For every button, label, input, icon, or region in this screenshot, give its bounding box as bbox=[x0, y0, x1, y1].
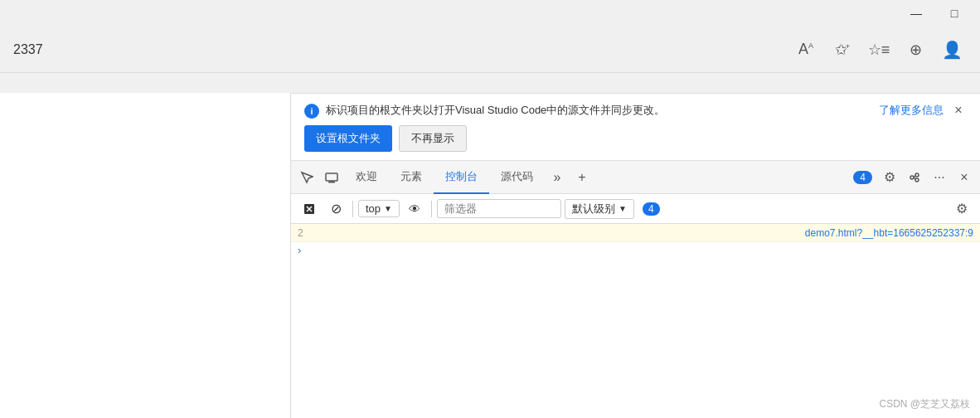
more-options-button[interactable]: ··· bbox=[927, 165, 952, 190]
title-bar: — □ bbox=[0, 0, 980, 27]
more-tabs-icon: » bbox=[554, 170, 561, 185]
context-label: top bbox=[366, 202, 381, 215]
clear-icon bbox=[303, 202, 316, 216]
gear-icon: ⚙ bbox=[884, 169, 895, 185]
tab-welcome[interactable]: 欢迎 bbox=[344, 161, 389, 194]
favorites-icon: ☆≡ bbox=[868, 41, 890, 59]
messages-count: 4 bbox=[853, 171, 872, 184]
message-count: 4 bbox=[643, 202, 660, 216]
svg-rect-1 bbox=[328, 182, 335, 183]
console-row: 2 demo7.html?__hbt=1665625252337:9 bbox=[291, 224, 980, 242]
svg-rect-2 bbox=[329, 181, 334, 182]
settings-button[interactable]: ⚙ bbox=[877, 165, 902, 190]
svg-line-7 bbox=[914, 177, 915, 179]
add-tab-icon: ⊕ bbox=[910, 41, 922, 59]
add-panel-button[interactable]: + bbox=[570, 161, 594, 194]
device-icon bbox=[325, 171, 338, 184]
eye-icon: 👁 bbox=[409, 202, 420, 216]
close-devtools-button[interactable]: × bbox=[952, 165, 977, 190]
tab-console[interactable]: 控制台 bbox=[434, 161, 489, 194]
log-level-label: 默认级别 bbox=[572, 202, 615, 216]
console-gear-icon: ⚙ bbox=[956, 201, 968, 216]
profile-button[interactable]: 👤 bbox=[937, 35, 967, 65]
console-settings-button[interactable]: ⚙ bbox=[950, 197, 973, 221]
more-tabs-button[interactable]: » bbox=[545, 161, 570, 194]
info-banner-close-button[interactable]: × bbox=[950, 102, 967, 119]
svg-point-3 bbox=[910, 176, 914, 179]
context-dropdown-icon: ▼ bbox=[384, 204, 392, 213]
restore-button[interactable]: □ bbox=[935, 0, 973, 27]
address-bar-area: 2337 bbox=[13, 42, 791, 57]
info-banner-text: 标识项目的根文件夹以打开Visual Studio Code中的源文件并同步更改… bbox=[326, 102, 665, 119]
add-tab-button[interactable]: ⊕ bbox=[900, 35, 930, 65]
toolbar-divider-2 bbox=[431, 201, 432, 217]
browser-chrome: 2337 AA ✩+ ☆≡ ⊕ 👤 bbox=[0, 27, 980, 73]
message-count-badge[interactable]: 4 bbox=[638, 201, 665, 217]
favorites-button[interactable]: ☆≡ bbox=[864, 35, 894, 65]
info-banner-right: 了解更多信息 × bbox=[879, 102, 967, 119]
source-link[interactable]: demo7.html?__hbt=1665625252337:9 bbox=[805, 227, 973, 239]
block-icon: ⊘ bbox=[331, 201, 342, 216]
more-options-icon: ··· bbox=[934, 170, 944, 185]
minimize-button[interactable]: — bbox=[897, 0, 935, 27]
live-expressions-button[interactable]: 👁 bbox=[403, 197, 426, 221]
page-title: 2337 bbox=[13, 42, 43, 57]
watermark: CSDN @芝芝又荔枝 bbox=[879, 397, 970, 411]
add-panel-icon: + bbox=[578, 170, 585, 185]
inspect-icon bbox=[300, 171, 313, 184]
svg-point-4 bbox=[915, 173, 919, 177]
learn-more-link[interactable]: 了解更多信息 bbox=[879, 103, 944, 118]
tab-elements[interactable]: 元素 bbox=[389, 161, 434, 194]
clear-console-button[interactable] bbox=[298, 197, 321, 221]
console-output: 2 demo7.html?__hbt=1665625252337:9 › bbox=[291, 224, 980, 418]
setup-root-folder-button[interactable]: 设置根文件夹 bbox=[304, 125, 392, 152]
block-button[interactable]: ⊘ bbox=[324, 197, 347, 221]
browser-actions: AA ✩+ ☆≡ ⊕ 👤 bbox=[791, 35, 967, 65]
info-icon: i bbox=[304, 104, 319, 119]
dismiss-button[interactable]: 不再显示 bbox=[399, 125, 467, 152]
console-toolbar: ⊘ top ▼ 👁 默认级别 ▼ 4 ⚙ bbox=[291, 194, 980, 224]
svg-point-5 bbox=[915, 178, 919, 182]
connect-icon bbox=[908, 171, 921, 184]
info-banner-buttons: 设置根文件夹 不再显示 bbox=[304, 125, 866, 152]
context-selector[interactable]: top ▼ bbox=[358, 200, 400, 217]
line-number: 2 bbox=[298, 227, 314, 239]
left-panel bbox=[0, 93, 290, 418]
devtools-tabs: 欢迎 元素 控制台 源代码 » + 4 ⚙ ··· bbox=[291, 161, 980, 194]
remote-devices-button[interactable] bbox=[902, 165, 927, 190]
console-input-caret[interactable]: › bbox=[291, 242, 980, 258]
toolbar-divider bbox=[352, 201, 353, 217]
add-favorite-icon: ✩+ bbox=[835, 41, 850, 59]
device-emulation-button[interactable] bbox=[319, 161, 344, 194]
filter-input[interactable] bbox=[437, 199, 561, 218]
log-level-dropdown-icon: ▼ bbox=[619, 204, 627, 213]
info-banner: i 标识项目的根文件夹以打开Visual Studio Code中的源文件并同步… bbox=[291, 94, 980, 161]
add-favorite-button[interactable]: ✩+ bbox=[827, 35, 857, 65]
inspect-element-button[interactable] bbox=[294, 161, 319, 194]
info-banner-content: i 标识项目的根文件夹以打开Visual Studio Code中的源文件并同步… bbox=[304, 102, 866, 119]
profile-icon: 👤 bbox=[942, 40, 963, 60]
tab-sources[interactable]: 源代码 bbox=[489, 161, 545, 194]
log-level-selector[interactable]: 默认级别 ▼ bbox=[565, 199, 634, 219]
console-messages-badge[interactable]: 4 bbox=[848, 171, 877, 184]
devtools-panel: i 标识项目的根文件夹以打开Visual Studio Code中的源文件并同步… bbox=[290, 93, 980, 418]
svg-rect-0 bbox=[326, 173, 337, 181]
font-icon: AA bbox=[798, 41, 813, 58]
font-size-button[interactable]: AA bbox=[791, 35, 821, 65]
close-devtools-icon: × bbox=[960, 170, 968, 185]
